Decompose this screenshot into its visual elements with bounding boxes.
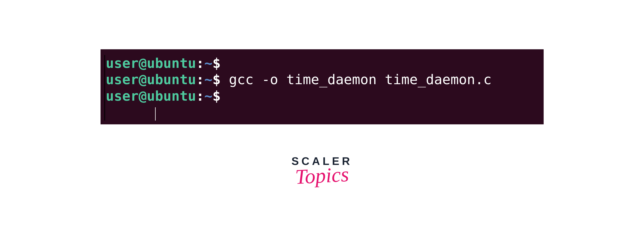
- prompt-user: user@ubuntu: [106, 72, 196, 87]
- terminal-line: user@ubuntu:~$: [106, 88, 540, 104]
- prompt-dollar: $: [212, 88, 220, 104]
- prompt-dollar: $: [212, 55, 220, 71]
- prompt-path: ~: [204, 72, 212, 87]
- logo-subtext: Topics: [295, 162, 350, 189]
- terminal-line: user@ubuntu:~$ gcc -o time_daemon time_d…: [106, 71, 540, 88]
- prompt-path: ~: [204, 55, 212, 71]
- terminal-window[interactable]: user@ubuntu:~$ user@ubuntu:~$ gcc -o tim…: [100, 49, 544, 124]
- logo: SCALER Topics: [292, 155, 352, 188]
- prompt-user: user@ubuntu: [106, 88, 196, 104]
- cursor-icon: [155, 107, 156, 121]
- prompt-colon: :: [196, 72, 204, 87]
- prompt-path: ~: [204, 88, 212, 104]
- prompt-colon: :: [196, 88, 204, 104]
- prompt-colon: :: [196, 55, 204, 71]
- terminal-content: user@ubuntu:~$ user@ubuntu:~$ gcc -o tim…: [104, 55, 540, 121]
- command-text: gcc -o time_daemon time_daemon.c: [220, 72, 492, 87]
- terminal-line: user@ubuntu:~$: [106, 55, 540, 71]
- prompt-dollar: $: [212, 72, 220, 87]
- terminal-cursor-line: [106, 104, 540, 120]
- prompt-user: user@ubuntu: [106, 55, 196, 71]
